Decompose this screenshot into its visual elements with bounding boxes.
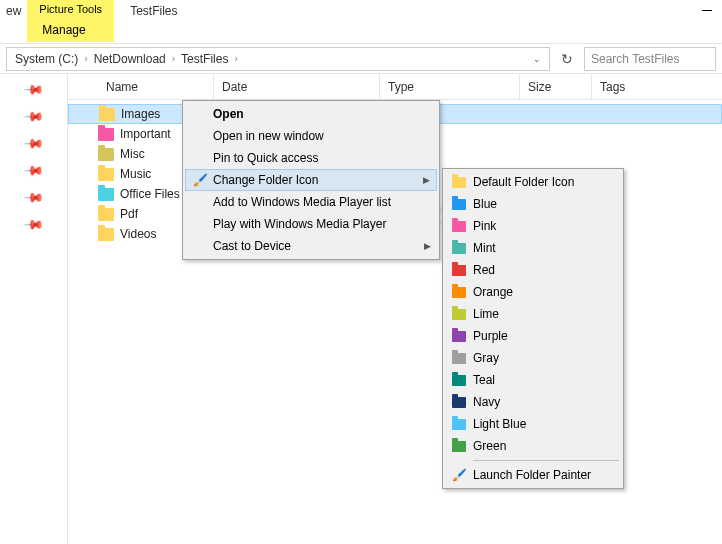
column-type[interactable]: Type [380, 74, 520, 99]
crumb-netdownload[interactable]: NetDownload [90, 52, 170, 66]
view-tab-fragment[interactable]: ew [0, 0, 27, 22]
folder-color-icon [451, 394, 467, 410]
window-title: TestFiles [114, 0, 193, 22]
folder-color-icon [451, 174, 467, 190]
folder-color-icon [451, 372, 467, 388]
color-option-blue[interactable]: Blue [445, 193, 621, 215]
color-option-label: Orange [473, 285, 513, 299]
folder-name: Office Files [120, 187, 180, 201]
pin-icon[interactable]: 📌 [23, 187, 45, 209]
folder-icon [98, 188, 114, 201]
folder-color-icon [451, 240, 467, 256]
picture-tools-group: Picture Tools Manage [27, 0, 114, 42]
folder-color-icon [451, 328, 467, 344]
folder-icon [98, 208, 114, 221]
column-tags[interactable]: Tags [592, 74, 722, 99]
ribbon-bar: ew Picture Tools Manage TestFiles [0, 0, 722, 44]
pin-icon[interactable]: 📌 [23, 133, 45, 155]
breadcrumb[interactable]: System (C:) › NetDownload › TestFiles › … [6, 47, 550, 71]
pin-icon[interactable]: 📌 [23, 79, 45, 101]
column-name[interactable]: Name [98, 74, 214, 99]
refresh-button[interactable]: ↻ [556, 48, 578, 70]
breadcrumb-dropdown-icon[interactable]: ⌄ [529, 54, 545, 64]
quick-access-column: 📌 📌 📌 📌 📌 📌 [0, 74, 68, 544]
manage-tab[interactable]: Manage [27, 18, 114, 42]
folder-icon [98, 228, 114, 241]
picture-tools-tab[interactable]: Picture Tools [27, 0, 114, 18]
folder-color-icon [451, 262, 467, 278]
color-option-label: Pink [473, 219, 496, 233]
ctx-change-folder-icon[interactable]: 🖌️ Change Folder Icon ▶ [185, 169, 437, 191]
color-option-label: Blue [473, 197, 497, 211]
column-headers: Name Date Type Size Tags [68, 74, 722, 100]
launch-folder-painter[interactable]: 🖌️Launch Folder Painter [445, 464, 621, 486]
pin-icon[interactable]: 📌 [23, 160, 45, 182]
color-option-label: Teal [473, 373, 495, 387]
minimize-button[interactable] [692, 0, 722, 20]
color-option-red[interactable]: Red [445, 259, 621, 281]
color-option-mint[interactable]: Mint [445, 237, 621, 259]
folder-color-icon [451, 438, 467, 454]
pin-icon[interactable]: 📌 [23, 106, 45, 128]
folder-icon [99, 108, 115, 121]
crumb-testfiles[interactable]: TestFiles [177, 52, 232, 66]
color-option-navy[interactable]: Navy [445, 391, 621, 413]
launch-label: Launch Folder Painter [473, 468, 591, 482]
folder-color-icon [451, 218, 467, 234]
context-menu: Open Open in new window Pin to Quick acc… [182, 100, 440, 260]
folder-name: Misc [120, 147, 145, 161]
color-option-label: Green [473, 439, 506, 453]
brush-icon: 🖌️ [192, 172, 208, 188]
column-date[interactable]: Date [214, 74, 380, 99]
chevron-right-icon[interactable]: › [232, 53, 239, 64]
ctx-play-wmp[interactable]: Play with Windows Media Player [185, 213, 437, 235]
ctx-open-new-window[interactable]: Open in new window [185, 125, 437, 147]
color-option-teal[interactable]: Teal [445, 369, 621, 391]
color-option-orange[interactable]: Orange [445, 281, 621, 303]
folder-color-icon [451, 196, 467, 212]
folder-color-icon [451, 350, 467, 366]
folder-color-icon [451, 284, 467, 300]
main-area: 📌 📌 📌 📌 📌 📌 SnapFiles Name Date Type Siz… [0, 74, 722, 544]
color-submenu: Default Folder IconBluePinkMintRedOrange… [442, 168, 624, 489]
menu-separator [473, 460, 619, 461]
color-option-label: Gray [473, 351, 499, 365]
color-option-label: Navy [473, 395, 500, 409]
color-option-gray[interactable]: Gray [445, 347, 621, 369]
chevron-right-icon: ▶ [424, 241, 431, 251]
pin-icon[interactable]: 📌 [23, 214, 45, 236]
crumb-system[interactable]: System (C:) [11, 52, 82, 66]
folder-color-icon [451, 416, 467, 432]
ctx-cast-label: Cast to Device [213, 239, 291, 253]
folder-icon [98, 128, 114, 141]
color-option-purple[interactable]: Purple [445, 325, 621, 347]
folder-name: Images [121, 107, 160, 121]
ctx-open-label: Open [213, 107, 244, 121]
file-list-area: SnapFiles Name Date Type Size Tags Image… [68, 74, 722, 544]
chevron-right-icon: ▶ [423, 175, 430, 185]
folder-name: Pdf [120, 207, 138, 221]
color-option-label: Red [473, 263, 495, 277]
ctx-cast-to-device[interactable]: Cast to Device ▶ [185, 235, 437, 257]
chevron-right-icon[interactable]: › [170, 53, 177, 64]
color-option-label: Mint [473, 241, 496, 255]
folder-name: Videos [120, 227, 156, 241]
ctx-open[interactable]: Open [185, 103, 437, 125]
column-size[interactable]: Size [520, 74, 592, 99]
color-option-label: Light Blue [473, 417, 526, 431]
color-option-light-blue[interactable]: Light Blue [445, 413, 621, 435]
folder-name: Important [120, 127, 171, 141]
color-option-default-folder-icon[interactable]: Default Folder Icon [445, 171, 621, 193]
color-option-green[interactable]: Green [445, 435, 621, 457]
color-option-pink[interactable]: Pink [445, 215, 621, 237]
ctx-add-wmp-list[interactable]: Add to Windows Media Player list [185, 191, 437, 213]
color-option-lime[interactable]: Lime [445, 303, 621, 325]
ctx-pin-quick-access[interactable]: Pin to Quick access [185, 147, 437, 169]
ctx-change-folder-icon-label: Change Folder Icon [213, 173, 318, 187]
brush-icon: 🖌️ [451, 467, 467, 483]
chevron-right-icon[interactable]: › [82, 53, 89, 64]
address-bar-row: System (C:) › NetDownload › TestFiles › … [0, 44, 722, 74]
folder-icon [98, 168, 114, 181]
folder-icon [98, 148, 114, 161]
search-input[interactable]: Search TestFiles [584, 47, 716, 71]
